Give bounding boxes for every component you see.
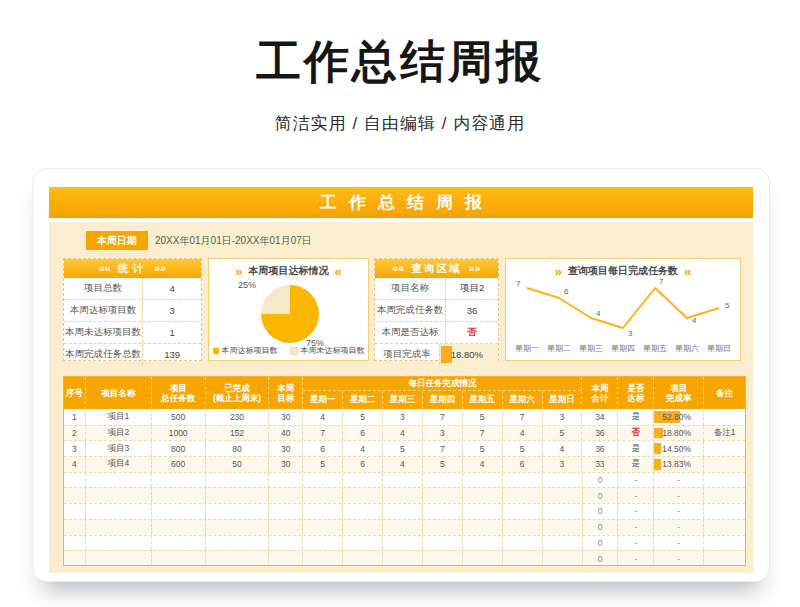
table-cell[interactable]: - xyxy=(654,536,704,551)
table-cell[interactable]: 18.80% xyxy=(654,426,704,441)
table-cell[interactable] xyxy=(704,441,745,456)
table-cell[interactable] xyxy=(423,520,463,535)
table-cell[interactable]: - xyxy=(618,520,654,535)
table-cell[interactable] xyxy=(543,551,583,565)
table-cell[interactable]: 500 xyxy=(152,409,206,425)
table-cell[interactable] xyxy=(86,488,152,503)
table-cell[interactable]: 2 xyxy=(64,426,86,441)
table-cell[interactable] xyxy=(206,520,270,535)
table-cell[interactable]: - xyxy=(618,536,654,551)
table-cell[interactable]: 3 xyxy=(383,409,423,425)
week-date-value[interactable]: 20XX年01月01日-20XX年01月07日 xyxy=(148,231,314,250)
table-cell[interactable] xyxy=(383,488,423,503)
table-cell[interactable] xyxy=(704,409,745,425)
table-cell[interactable] xyxy=(152,504,206,519)
table-cell[interactable]: 34 xyxy=(582,409,618,425)
table-cell[interactable]: 33 xyxy=(582,457,618,472)
table-cell[interactable]: 0 xyxy=(583,520,619,535)
table-cell[interactable] xyxy=(86,551,152,565)
table-cell[interactable]: - xyxy=(654,520,704,535)
table-cell[interactable]: 7 xyxy=(423,441,463,456)
table-cell[interactable]: 6 xyxy=(503,457,543,472)
query-rate-value[interactable]: 18.80% xyxy=(440,344,498,365)
table-cell[interactable]: 4 xyxy=(303,409,343,425)
table-cell[interactable] xyxy=(463,536,503,551)
table-cell[interactable]: 800 xyxy=(152,441,206,456)
table-cell[interactable] xyxy=(704,504,745,519)
table-cell[interactable]: 600 xyxy=(152,457,206,472)
table-row[interactable]: 0-- xyxy=(64,535,745,551)
table-cell[interactable] xyxy=(704,488,745,503)
table-cell[interactable] xyxy=(503,488,543,503)
table-cell[interactable] xyxy=(543,536,583,551)
table-cell[interactable]: 项目1 xyxy=(86,409,152,425)
table-cell[interactable] xyxy=(463,488,503,503)
table-cell[interactable] xyxy=(543,488,583,503)
table-cell[interactable] xyxy=(86,504,152,519)
table-cell[interactable]: 0 xyxy=(583,473,619,488)
table-cell[interactable]: 3 xyxy=(543,409,583,425)
table-cell[interactable]: 是 xyxy=(618,457,654,472)
table-cell[interactable] xyxy=(303,504,343,519)
table-cell[interactable] xyxy=(64,488,86,503)
table-cell[interactable]: 36 xyxy=(582,441,618,456)
table-row[interactable]: 3项目38008030645755436是14.50% xyxy=(64,440,745,456)
table-cell[interactable]: 7 xyxy=(463,426,503,441)
table-cell[interactable] xyxy=(303,488,343,503)
query-value-not-met[interactable]: 否 xyxy=(446,322,498,343)
table-cell[interactable]: - xyxy=(618,551,654,565)
table-cell[interactable]: 6 xyxy=(343,457,383,472)
table-cell[interactable]: 5 xyxy=(423,457,463,472)
table-cell[interactable] xyxy=(206,551,270,565)
query-value[interactable]: 项目2 xyxy=(446,278,498,299)
table-cell[interactable] xyxy=(503,520,543,535)
table-cell[interactable]: - xyxy=(618,473,654,488)
table-cell[interactable]: 5 xyxy=(543,426,583,441)
table-cell[interactable]: 52.80% xyxy=(654,409,704,425)
table-cell[interactable] xyxy=(303,520,343,535)
table-cell[interactable]: 36 xyxy=(582,426,618,441)
table-cell[interactable]: 4 xyxy=(343,441,383,456)
table-cell[interactable]: 5 xyxy=(343,409,383,425)
table-cell[interactable] xyxy=(503,536,543,551)
table-cell[interactable] xyxy=(303,551,343,565)
table-cell[interactable]: 4 xyxy=(64,457,86,472)
table-cell[interactable]: 0 xyxy=(583,504,619,519)
table-cell[interactable]: 1 xyxy=(64,409,86,425)
table-cell[interactable] xyxy=(64,536,86,551)
table-cell[interactable]: 0 xyxy=(583,536,619,551)
table-cell[interactable]: 4 xyxy=(503,426,543,441)
table-cell[interactable] xyxy=(206,504,270,519)
table-cell[interactable]: 5 xyxy=(383,441,423,456)
table-row[interactable]: 2项目2100015240764374536否18.80%备注1 xyxy=(64,425,745,441)
table-cell[interactable] xyxy=(343,536,383,551)
table-cell[interactable]: 0 xyxy=(583,488,619,503)
table-cell[interactable]: 13.83% xyxy=(654,457,704,472)
table-cell[interactable] xyxy=(383,504,423,519)
table-cell[interactable]: 30 xyxy=(269,409,303,425)
table-cell[interactable] xyxy=(269,551,303,565)
table-cell[interactable]: 7 xyxy=(303,426,343,441)
table-cell[interactable] xyxy=(64,520,86,535)
table-cell[interactable]: 30 xyxy=(269,457,303,472)
table-cell[interactable] xyxy=(704,551,745,565)
table-cell[interactable]: 40 xyxy=(269,426,303,441)
table-cell[interactable] xyxy=(423,488,463,503)
table-cell[interactable] xyxy=(64,504,86,519)
table-cell[interactable]: 80 xyxy=(206,441,270,456)
table-cell[interactable]: 7 xyxy=(423,409,463,425)
table-cell[interactable]: 3 xyxy=(543,457,583,472)
table-cell[interactable]: - xyxy=(654,551,704,565)
table-cell[interactable]: 0 xyxy=(583,551,619,565)
table-cell[interactable] xyxy=(463,520,503,535)
table-cell[interactable] xyxy=(503,473,543,488)
table-cell[interactable]: 否 xyxy=(618,426,654,441)
table-cell[interactable]: 是 xyxy=(618,441,654,456)
table-row[interactable]: 0-- xyxy=(64,503,745,519)
table-cell[interactable]: - xyxy=(618,504,654,519)
table-cell[interactable]: 30 xyxy=(269,441,303,456)
table-cell[interactable]: 4 xyxy=(383,426,423,441)
table-cell[interactable]: 50 xyxy=(206,457,270,472)
stat-value[interactable]: 1 xyxy=(143,322,201,343)
table-cell[interactable]: 5 xyxy=(463,409,503,425)
